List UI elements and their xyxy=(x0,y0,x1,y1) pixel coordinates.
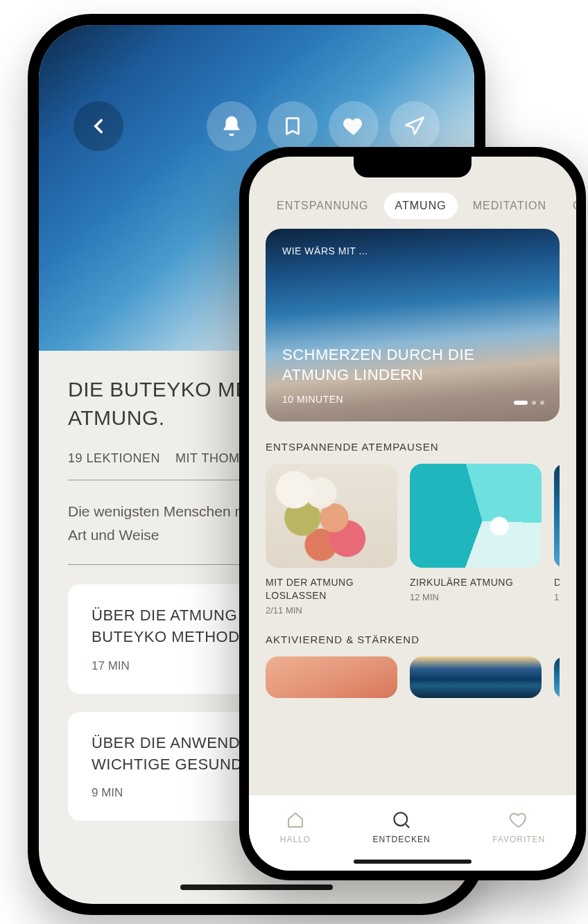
home-indicator xyxy=(354,860,472,864)
tab-atmung[interactable]: ATMUNG xyxy=(384,193,458,219)
bookmark-icon xyxy=(281,114,304,138)
nav-label: HALLO xyxy=(280,835,311,844)
send-icon xyxy=(403,114,426,138)
item-thumbnail xyxy=(266,656,397,698)
tab-meditation[interactable]: MEDITATION xyxy=(462,193,557,219)
content-item[interactable] xyxy=(266,656,397,698)
content-item[interactable] xyxy=(410,656,542,698)
heart-icon xyxy=(342,114,365,138)
course-header-controls xyxy=(39,101,474,151)
search-icon xyxy=(391,810,412,830)
carousel-indicator xyxy=(514,401,544,405)
nav-entdecken[interactable]: ENTDECKEN xyxy=(373,810,431,844)
bottom-nav: HALLO ENTDECKEN FAVORITEN xyxy=(249,794,576,871)
share-button[interactable] xyxy=(390,101,440,151)
nav-label: ENTDECKEN xyxy=(373,835,431,844)
item-title: D xyxy=(554,576,560,589)
section-title: AKTIVIEREND & STÄRKEND xyxy=(266,634,560,645)
nav-favoriten[interactable]: FAVORITEN xyxy=(492,810,545,844)
item-duration: 2/11 MIN xyxy=(266,605,397,616)
phone-frame-front: ENTSPANNUNG ATMUNG MEDITATION GES WIE WÄ… xyxy=(239,147,586,880)
device-notch xyxy=(354,157,472,177)
phone-front-screen: ENTSPANNUNG ATMUNG MEDITATION GES WIE WÄ… xyxy=(249,157,576,871)
nav-label: FAVORITEN xyxy=(492,835,545,844)
section-title: ENTSPANNENDE ATEMPAUSEN xyxy=(266,441,560,453)
item-row[interactable] xyxy=(266,656,560,698)
item-thumbnail xyxy=(554,656,560,698)
svg-line-1 xyxy=(406,824,409,828)
item-thumbnail xyxy=(554,464,560,568)
item-title: MIT DER ATMUNG LOSLASSEN xyxy=(266,576,397,602)
content-item[interactable]: MIT DER ATMUNG LOSLASSEN 2/11 MIN xyxy=(266,464,397,616)
carousel-dot xyxy=(540,401,544,405)
notifications-button[interactable] xyxy=(207,101,257,151)
home-icon xyxy=(285,810,306,830)
carousel-dot-active xyxy=(514,401,528,405)
featured-card[interactable]: WIE WÄRS MIT ... SCHMERZEN DURCH DIE ATM… xyxy=(266,229,560,421)
featured-duration: 10 MINUTEN xyxy=(282,394,543,405)
item-row[interactable]: MIT DER ATMUNG LOSLASSEN 2/11 MIN ZIRKUL… xyxy=(266,464,560,616)
heart-icon xyxy=(508,810,529,830)
featured-title: SCHMERZEN DURCH DIE ATMUNG LINDERN xyxy=(282,345,543,385)
item-thumbnail xyxy=(410,464,542,568)
item-thumbnail xyxy=(266,464,397,568)
tab-more[interactable]: GES xyxy=(562,193,576,219)
lesson-count: 19 LEKTIONEN xyxy=(68,451,160,465)
tab-entspannung[interactable]: ENTSPANNUNG xyxy=(266,193,380,219)
nav-hallo[interactable]: HALLO xyxy=(280,810,311,844)
content-item[interactable]: D 11 xyxy=(554,464,560,616)
bookmark-button[interactable] xyxy=(268,101,318,151)
content-item[interactable]: ZIRKULÄRE ATMUNG 12 MIN xyxy=(410,464,542,616)
featured-eyebrow: WIE WÄRS MIT ... xyxy=(282,245,543,256)
favorite-button[interactable] xyxy=(329,101,379,151)
content-item[interactable] xyxy=(554,656,560,698)
back-button[interactable] xyxy=(74,101,123,151)
item-thumbnail xyxy=(410,656,542,698)
bell-icon xyxy=(220,114,243,138)
item-title: ZIRKULÄRE ATMUNG xyxy=(410,576,542,589)
svg-point-0 xyxy=(394,812,407,826)
home-indicator xyxy=(180,884,333,890)
chevron-left-icon xyxy=(87,114,110,138)
item-duration: 11 xyxy=(554,592,560,602)
carousel-dot xyxy=(532,401,536,405)
item-duration: 12 MIN xyxy=(410,592,542,602)
